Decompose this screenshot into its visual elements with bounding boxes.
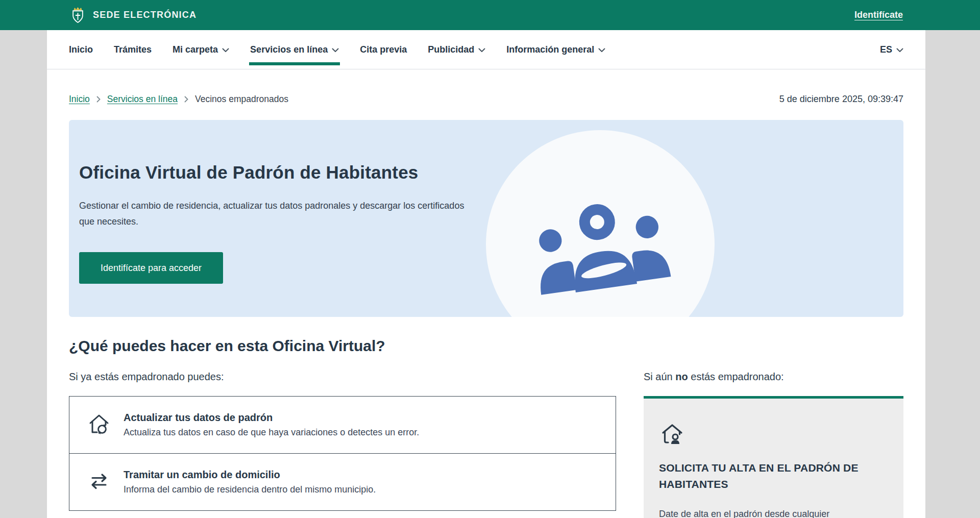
nav-item-inicio[interactable]: Inicio — [69, 44, 93, 55]
nav-item-mi-carpeta[interactable]: Mi carpeta — [173, 44, 229, 55]
content-columns: Si ya estás empadronado puedes: Actualiz… — [69, 371, 903, 518]
identify-access-button[interactable]: Identifícate para acceder — [79, 252, 223, 284]
transfer-arrows-icon — [87, 469, 111, 494]
nav-item-informacion-general[interactable]: Información general — [506, 44, 605, 55]
registered-column: Si ya estás empadronado puedes: Actualiz… — [69, 371, 616, 518]
main-nav: Inicio Trámites Mi carpeta Servicios en … — [47, 30, 925, 69]
hero-description: Gestionar el cambio de residencia, actua… — [79, 198, 475, 230]
breadcrumb: Inicio Servicios en línea Vecinos empadr… — [69, 94, 903, 105]
hero-banner: Oficina Virtual de Padrón de Habitantes … — [69, 120, 903, 317]
crest-logo-icon — [70, 6, 85, 24]
datetime-display: 5 de diciembre 2025, 09:39:47 — [779, 94, 903, 105]
chevron-right-icon — [184, 96, 188, 103]
brand: SEDE ELECTRÓNICA — [70, 6, 197, 24]
chevron-down-icon — [222, 48, 229, 53]
action-change-address[interactable]: Tramitar un cambio de domicilio Informa … — [69, 453, 616, 510]
breadcrumb-current: Vecinos empadronados — [195, 94, 288, 105]
alta-padron-card[interactable]: SOLICITA TU ALTA EN EL PADRÓN DE HABITAN… — [644, 396, 903, 518]
nav-item-publicidad[interactable]: Publicidad — [428, 44, 485, 55]
nav-item-servicios-en-linea[interactable]: Servicios en línea — [250, 44, 339, 55]
chevron-down-icon — [598, 48, 605, 53]
nav-item-cita-previa[interactable]: Cita previa — [360, 44, 407, 55]
action-title: Actualizar tus datos de padrón — [124, 412, 419, 424]
breadcrumb-link-inicio[interactable]: Inicio — [69, 94, 90, 105]
house-sync-icon — [87, 412, 111, 436]
hero-title: Oficina Virtual de Padrón de Habitantes — [79, 162, 903, 183]
actions-list: Actualizar tus datos de padrón Actualiza… — [69, 396, 616, 511]
chevron-down-icon — [896, 48, 903, 53]
alta-card-title: SOLICITA TU ALTA EN EL PADRÓN DE HABITAN… — [659, 460, 888, 492]
breadcrumb-link-servicios[interactable]: Servicios en línea — [107, 94, 178, 105]
section-heading: ¿Qué puedes hacer en esta Oficina Virtua… — [69, 337, 903, 355]
action-description: Actualiza tus datos en caso de que haya … — [124, 427, 419, 438]
not-registered-column: Si aún no estás empadronado: SOLICITA TU… — [644, 371, 903, 518]
not-registered-intro: Si aún no estás empadronado: — [644, 371, 903, 383]
language-selector[interactable]: ES — [880, 44, 903, 55]
site-title: SEDE ELECTRÓNICA — [93, 10, 197, 20]
action-description: Informa del cambio de residencia dentro … — [124, 484, 376, 495]
registered-intro: Si ya estás empadronado puedes: — [69, 371, 616, 383]
action-title: Tramitar un cambio de domicilio — [124, 469, 376, 481]
people-group-icon — [523, 188, 678, 300]
top-bar: SEDE ELECTRÓNICA Identifícate — [0, 0, 980, 30]
page-sheet: Inicio Trámites Mi carpeta Servicios en … — [47, 30, 925, 518]
action-update-padron-data[interactable]: Actualizar tus datos de padrón Actualiza… — [69, 397, 616, 453]
house-user-icon — [659, 421, 685, 448]
nav-item-tramites[interactable]: Trámites — [114, 44, 152, 55]
hero-illustration-circle — [486, 130, 715, 317]
chevron-down-icon — [478, 48, 485, 53]
identify-link[interactable]: Identifícate — [854, 10, 903, 20]
chevron-down-icon — [332, 48, 339, 53]
chevron-right-icon — [96, 96, 101, 103]
alta-card-description: Date de alta en el padrón desde cualquie… — [659, 507, 888, 518]
